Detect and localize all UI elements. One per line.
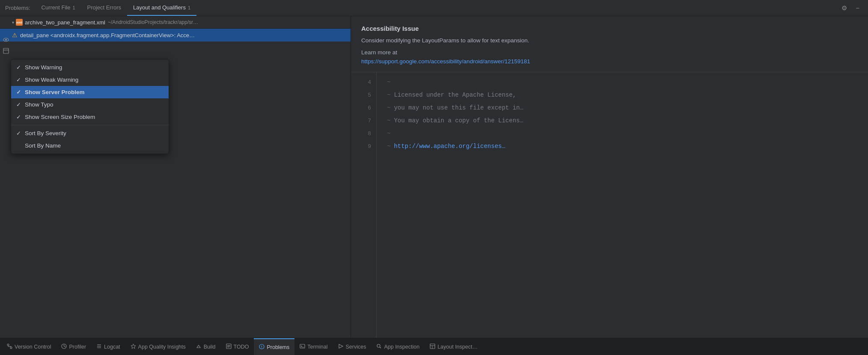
detail-body: Consider modifying the LayoutParams to a… <box>361 36 858 45</box>
tab-project-errors[interactable]: Project Errors <box>81 0 127 16</box>
right-panel: Accessibility Issue Consider modifying t… <box>351 16 868 338</box>
file-name: archive_two_pane_fragment.xml <box>25 19 105 26</box>
status-app-quality-insights[interactable]: App Quality Insights <box>125 338 191 355</box>
file-path: ~/AndroidStudioProjects/trackr/app/sr… <box>108 19 198 25</box>
tab-current-file[interactable]: Current File 1 <box>36 0 81 16</box>
tilde-6: ~ <box>387 104 390 111</box>
app-inspection-icon <box>376 343 382 350</box>
app-quality-insights-icon <box>131 343 136 350</box>
menu-item-show-screen-size-problem[interactable]: ✓ Show Screen Size Problem <box>11 111 169 123</box>
tab-layout-qualifiers-badge: 1 <box>188 5 190 10</box>
status-services[interactable]: Services <box>333 338 372 355</box>
terminal-icon <box>300 343 305 350</box>
code-line-8: ~ <box>387 127 868 140</box>
menu-item-sort-by-name[interactable]: Sort By Name <box>11 139 169 152</box>
tilde-9: ~ <box>387 143 390 150</box>
code-line-6: ~ you may not use this file except in… <box>387 101 868 114</box>
build-icon <box>196 343 202 350</box>
svg-marker-13 <box>131 344 136 349</box>
tab-project-errors-label: Project Errors <box>87 4 121 11</box>
line-num-9: 9 <box>351 140 376 153</box>
detail-link-label: Learn more at <box>361 49 858 56</box>
tilde-8: ~ <box>387 130 390 137</box>
issue-text: detail_pane <androidx.fragment.app.Fragm… <box>20 32 195 38</box>
version-control-icon <box>7 343 12 350</box>
line-num-7: 7 <box>351 114 376 127</box>
status-problems[interactable]: Problems <box>254 338 294 355</box>
status-version-control[interactable]: Version Control <box>2 338 56 355</box>
check-show-screen-size-problem: ✓ <box>16 114 25 120</box>
code-line-5: ~ Licensed under the Apache License, <box>387 89 868 101</box>
problems-icon <box>259 344 265 351</box>
status-layout-inspector[interactable]: Layout Inspect… <box>425 338 483 355</box>
tilde-4: ~ <box>387 79 390 86</box>
menu-divider <box>11 125 169 125</box>
code-text-5: Licensed under the Apache License, <box>394 92 516 98</box>
line-num-5: 5 <box>351 89 376 101</box>
warning-icon: ⚠ <box>12 32 18 38</box>
code-text-6: you may not use this file except in… <box>394 104 523 111</box>
code-text-9: http://www.apache.org/licenses… <box>394 143 505 150</box>
svg-marker-23 <box>339 344 343 348</box>
menu-item-show-typo[interactable]: ✓ Show Typo <box>11 98 169 111</box>
svg-point-24 <box>377 344 380 347</box>
svg-point-4 <box>7 344 9 346</box>
svg-point-20 <box>262 347 262 348</box>
minimize-icon[interactable]: − <box>853 3 863 13</box>
detail-title: Accessibility Issue <box>361 25 858 32</box>
tab-bar-actions: ⚙ − <box>839 0 865 16</box>
layout-inspector-icon <box>430 343 435 350</box>
code-lines: ~ ~ Licensed under the Apache License, ~… <box>377 72 868 338</box>
status-todo[interactable]: TODO <box>221 338 254 355</box>
tab-layout-qualifiers[interactable]: Layout and Qualifiers 1 <box>127 0 196 16</box>
status-problems-label: Problems <box>267 344 289 350</box>
status-terminal-label: Terminal <box>307 344 327 350</box>
menu-item-show-server-problem[interactable]: ✓ Show Server Problem <box>11 86 169 98</box>
status-logcat[interactable]: Logcat <box>91 338 125 355</box>
detail-pane-top: Accessibility Issue Consider modifying t… <box>351 16 868 72</box>
status-terminal[interactable]: Terminal <box>294 338 333 355</box>
status-app-inspection[interactable]: App Inspection <box>371 338 425 355</box>
file-tree-row[interactable]: ▾ xml archive_two_pane_fragment.xml ~/An… <box>0 16 351 29</box>
issue-row[interactable]: ⚠ detail_pane <androidx.fragment.app.Fra… <box>0 29 351 41</box>
services-icon <box>338 343 344 350</box>
svg-point-5 <box>10 347 12 349</box>
check-show-warning: ✓ <box>16 64 25 71</box>
menu-item-show-server-problem-label: Show Server Problem <box>25 89 85 95</box>
code-text-7: You may obtain a copy of the Licens… <box>394 117 523 124</box>
check-show-typo: ✓ <box>16 101 25 108</box>
status-build[interactable]: Build <box>191 338 221 355</box>
dropdown-menu: ✓ Show Warning ✓ Show Weak Warning ✓ Sho… <box>11 59 169 154</box>
chevron-down-icon: ▾ <box>12 20 14 25</box>
todo-icon <box>226 343 232 350</box>
line-numbers: 4 5 6 7 8 9 <box>351 72 377 338</box>
left-side-icons <box>0 33 12 58</box>
tab-current-file-label: Current File <box>42 4 71 11</box>
menu-item-show-screen-size-problem-label: Show Screen Size Problem <box>25 114 95 120</box>
menu-item-show-warning[interactable]: ✓ Show Warning <box>11 61 169 74</box>
status-app-quality-insights-label: App Quality Insights <box>138 344 186 350</box>
menu-item-sort-by-severity-label: Sort By Severity <box>25 130 66 136</box>
detail-link[interactable]: https://support.google.com/accessibility… <box>361 58 530 65</box>
code-line-7: ~ You may obtain a copy of the Licens… <box>387 114 868 127</box>
settings-icon[interactable]: ⚙ <box>839 3 849 13</box>
xml-file-icon: xml <box>16 19 23 26</box>
tilde-5: ~ <box>387 92 390 98</box>
menu-item-show-weak-warning[interactable]: ✓ Show Weak Warning <box>11 74 169 86</box>
code-line-9: ~ http://www.apache.org/licenses… <box>387 140 868 153</box>
tab-current-file-badge: 1 <box>72 5 75 10</box>
svg-rect-2 <box>3 48 9 53</box>
logcat-icon <box>96 343 102 350</box>
status-bar: Version Control Profiler Logcat <box>0 338 868 355</box>
svg-point-1 <box>5 39 7 41</box>
profiler-icon <box>61 343 67 350</box>
status-profiler[interactable]: Profiler <box>56 338 91 355</box>
menu-item-sort-by-severity[interactable]: ✓ Sort By Severity <box>11 127 169 139</box>
eye-icon[interactable] <box>1 35 11 44</box>
panel-icon[interactable] <box>1 46 11 56</box>
check-show-server-problem: ✓ <box>16 89 25 95</box>
status-layout-inspector-label: Layout Inspect… <box>437 344 478 350</box>
line-num-4: 4 <box>351 76 376 89</box>
tilde-7: ~ <box>387 117 390 124</box>
status-logcat-label: Logcat <box>104 344 120 350</box>
